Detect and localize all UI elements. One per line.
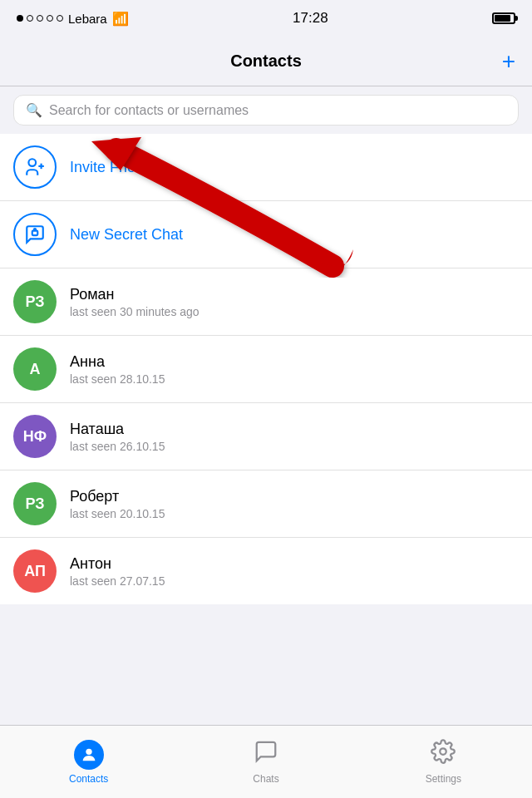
- svg-point-6: [441, 748, 447, 755]
- tab-bar: Contacts Chats Settings: [0, 725, 532, 798]
- chats-tab-label: Chats: [253, 773, 278, 785]
- signal-dots: [17, 15, 63, 22]
- contact-item[interactable]: НФ Наташа last seen 26.10.15: [0, 403, 532, 470]
- search-placeholder: Search for contacts or usernames: [49, 103, 249, 118]
- contact-name: Анна: [70, 353, 519, 371]
- contact-avatar: НФ: [13, 415, 57, 458]
- battery-fill: [495, 15, 510, 22]
- contact-item[interactable]: А Анна last seen 28.10.15: [0, 336, 532, 403]
- svg-point-5: [86, 748, 91, 754]
- search-bar[interactable]: 🔍 Search for contacts or usernames: [13, 95, 519, 126]
- contact-avatar: РЗ: [13, 280, 57, 323]
- signal-dot-1: [17, 15, 23, 22]
- contact-status: last seen 30 minutes ago: [70, 305, 519, 318]
- contact-name: Антон: [70, 555, 519, 573]
- invite-friends-avatar: [13, 145, 57, 189]
- search-icon: 🔍: [26, 102, 42, 118]
- new-secret-chat-item[interactable]: New Secret Chat: [0, 201, 532, 268]
- tab-chats[interactable]: Chats: [177, 739, 354, 785]
- contact-status: last seen 27.07.15: [70, 574, 519, 588]
- battery-icon: [492, 12, 515, 24]
- contact-status: last seen 28.10.15: [70, 372, 519, 386]
- page-title: Contacts: [230, 52, 302, 71]
- signal-dot-4: [47, 15, 53, 22]
- contact-text: Роман last seen 30 minutes ago: [70, 286, 519, 318]
- contact-name: Роберт: [70, 488, 519, 505]
- invite-friends-text: Invite Friends: [70, 159, 519, 176]
- contact-item[interactable]: РЗ Роберт last seen 20.10.15: [0, 470, 532, 538]
- contact-status: last seen 20.10.15: [70, 507, 519, 520]
- settings-tab-label: Settings: [426, 773, 461, 785]
- contact-text: Роберт last seen 20.10.15: [70, 488, 519, 520]
- contact-status: last seen 26.10.15: [70, 440, 519, 453]
- search-container: 🔍 Search for contacts or usernames: [0, 86, 532, 134]
- svg-rect-3: [32, 231, 38, 235]
- contact-text: Антон last seen 27.07.15: [70, 555, 519, 588]
- contact-name: Наташа: [70, 421, 519, 438]
- status-time: 17:28: [293, 10, 328, 27]
- invite-friends-label: Invite Friends: [70, 159, 519, 176]
- contact-avatar: А: [13, 347, 57, 391]
- contacts-list: Invite Friends New Secret Chat РЗ Роман …: [0, 134, 532, 604]
- contact-item[interactable]: РЗ Роман last seen 30 minutes ago: [0, 268, 532, 336]
- signal-dot-3: [37, 15, 43, 22]
- secret-chat-label: New Secret Chat: [70, 226, 519, 244]
- contacts-tab-icon: [74, 740, 104, 770]
- secret-chat-text: New Secret Chat: [70, 226, 519, 244]
- settings-tab-icon: [431, 739, 456, 770]
- tab-contacts[interactable]: Contacts: [0, 740, 177, 785]
- contact-text: Наташа last seen 26.10.15: [70, 421, 519, 453]
- add-contact-button[interactable]: +: [502, 48, 515, 75]
- contacts-tab-label: Contacts: [69, 773, 108, 785]
- chats-tab-icon: [254, 739, 278, 770]
- contact-name: Роман: [70, 286, 519, 303]
- svg-point-0: [28, 159, 36, 166]
- signal-dot-2: [27, 15, 33, 22]
- contact-avatar: РЗ: [13, 482, 57, 525]
- secret-chat-avatar: [13, 213, 57, 256]
- invite-friends-item[interactable]: Invite Friends: [0, 134, 532, 201]
- status-right: [492, 12, 515, 24]
- wifi-icon: 📶: [112, 11, 129, 27]
- contact-avatar: АП: [13, 549, 57, 593]
- carrier-label: Lebara: [68, 12, 107, 26]
- tab-settings[interactable]: Settings: [355, 739, 532, 785]
- contact-item[interactable]: АП Антон last seen 27.07.15: [0, 538, 532, 604]
- navigation-bar: Contacts +: [0, 37, 532, 86]
- status-bar: Lebara 📶 17:28: [0, 0, 532, 37]
- signal-dot-5: [57, 15, 63, 22]
- status-left: Lebara 📶: [17, 11, 129, 27]
- contact-text: Анна last seen 28.10.15: [70, 353, 519, 386]
